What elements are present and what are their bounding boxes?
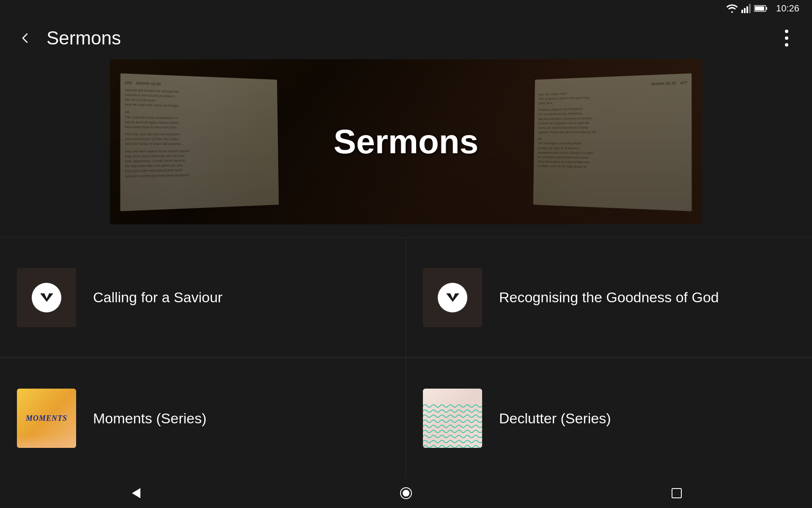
- svg-point-7: [785, 30, 788, 33]
- list-item[interactable]: Calling for a Saviour: [0, 237, 406, 358]
- more-options-button[interactable]: [774, 25, 799, 51]
- back-button[interactable]: [13, 25, 38, 51]
- content-grid: Calling for a Saviour Recognising the Go…: [0, 237, 812, 478]
- nav-back-button[interactable]: [118, 480, 152, 506]
- signal-icon: [741, 4, 751, 13]
- nav-bar: [0, 478, 812, 508]
- item-label-moments: Moments (Series): [93, 410, 206, 427]
- item-thumbnail-declutter: [423, 389, 482, 448]
- item-thumbnail-calling: [17, 268, 76, 327]
- list-item[interactable]: MOMENTS Moments (Series): [0, 358, 406, 478]
- nav-recents-button[interactable]: [660, 480, 694, 506]
- page-title: Sermons: [47, 28, 774, 49]
- v-logo-svg-2: [441, 286, 464, 309]
- item-thumbnail-moments: MOMENTS: [17, 389, 76, 448]
- hero-image: 476 ISAIAH 13:22 Hyenas will inhabit her…: [110, 59, 702, 224]
- svg-rect-20: [672, 489, 681, 498]
- list-item[interactable]: Declutter (Series): [406, 358, 812, 478]
- svg-point-9: [785, 43, 788, 47]
- battery-icon: [754, 5, 768, 12]
- status-time: 10:26: [776, 3, 799, 14]
- nav-home-button[interactable]: [389, 480, 423, 506]
- svg-rect-0: [741, 10, 743, 13]
- logo-icon: [32, 283, 61, 312]
- item-thumbnail-recognising: [423, 268, 482, 327]
- svg-rect-3: [749, 4, 751, 13]
- v-logo-svg: [35, 286, 58, 309]
- svg-rect-6: [755, 6, 764, 11]
- declutter-wave-pattern: [423, 403, 482, 448]
- list-item[interactable]: Recognising the Goodness of God: [406, 237, 812, 358]
- hero-title: Sermons: [334, 123, 478, 160]
- item-label-recognising: Recognising the Goodness of God: [499, 289, 719, 306]
- status-icons: 10:26: [726, 3, 799, 14]
- logo-icon-2: [438, 283, 467, 312]
- svg-point-8: [785, 36, 788, 40]
- item-label-declutter: Declutter (Series): [499, 410, 611, 427]
- hero-text-container: Sermons: [334, 122, 478, 161]
- status-bar: 10:26: [0, 0, 812, 17]
- svg-rect-16: [423, 403, 482, 448]
- item-label-calling: Calling for a Saviour: [93, 289, 222, 306]
- svg-rect-1: [744, 8, 746, 13]
- hero-banner: 476 ISAIAH 13:22 Hyenas will inhabit her…: [110, 59, 702, 224]
- svg-marker-17: [132, 488, 140, 498]
- svg-point-19: [403, 490, 409, 497]
- wifi-icon: [726, 4, 738, 13]
- top-bar: Sermons: [0, 17, 812, 59]
- svg-rect-5: [766, 7, 767, 10]
- moments-series-text: MOMENTS: [26, 414, 67, 423]
- svg-rect-2: [746, 6, 748, 13]
